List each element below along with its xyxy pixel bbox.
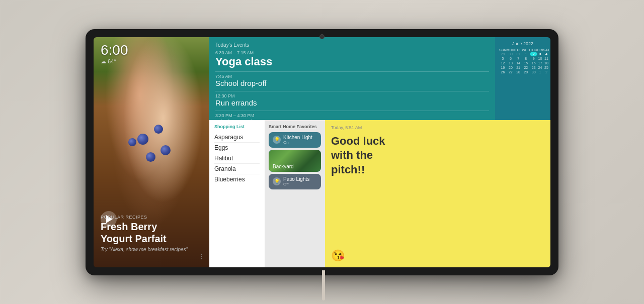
shopping-panel: Shopping List Asparagus Eggs Halibut Gra… (209, 120, 265, 267)
events-label: Today's Events (215, 42, 489, 48)
shopping-granola: Granola (214, 164, 260, 174)
cal-day-8: 8 (522, 56, 530, 61)
event-school-time: 7:45 AM (215, 74, 489, 79)
smarthome-patio-info: Patio Lights Off (283, 177, 317, 186)
cal-day-30: 30 (530, 70, 537, 74)
shopping-label: Shopping List (214, 124, 260, 129)
backyard-label: Backyard (273, 164, 294, 169)
shopping-eggs: Eggs (214, 143, 260, 153)
cal-day-25: 25 (543, 65, 549, 70)
cal-day-20: 20 (507, 65, 515, 70)
cal-day-10: 10 (537, 56, 543, 61)
recipe-subtitle: Try "Alexa, show me breakfast recipes" (101, 247, 202, 252)
cal-day-22: 22 (522, 65, 530, 70)
light-bulb-icon: 💡 (273, 136, 281, 144)
smarthome-kitchen-info: Kitchen Light On (283, 135, 317, 145)
smarthome-patio-name: Patio Lights (283, 177, 317, 182)
cal-week-2: 5 6 7 8 9 10 11 (499, 56, 550, 61)
cal-day-14: 14 (515, 61, 522, 65)
smarthome-patio-lights[interactable]: 💡 Patio Lights Off (269, 174, 321, 189)
event-school-name: School drop-off (215, 79, 489, 88)
calendar-panel: June 2022 SUN MON TUE WED THU FRI SAT (495, 37, 550, 120)
blueberry-2 (154, 125, 163, 134)
cal-header-fri: FRI (537, 48, 543, 52)
cal-day-29: 29 (522, 70, 530, 74)
cal-header-thu: THU (530, 48, 537, 52)
cal-week-1: 29 30 31 1 2 3 4 (499, 52, 550, 56)
cal-day-31-may: 31 (515, 52, 522, 56)
cal-header-sat: SAT (543, 48, 549, 52)
event-errands[interactable]: 12:30 PM Run errands (215, 94, 489, 108)
recipe-category: Popular Recipes (101, 215, 202, 220)
top-row: Today's Events 6:30 AM – 7:15 AM Yoga cl… (209, 37, 550, 120)
cal-day-27: 27 (507, 70, 515, 74)
cal-day-2-jul: 2 (543, 70, 549, 74)
cal-day-1: 1 (522, 52, 530, 56)
cal-day-5: 5 (499, 56, 507, 61)
events-panel: Today's Events 6:30 AM – 7:15 AM Yoga cl… (209, 37, 495, 120)
smarthome-panel: Smart Home Favorites 💡 Kitchen Light On … (265, 120, 325, 267)
camera (319, 34, 325, 39)
time-widget: 6:00 ☁ 64° (101, 43, 128, 65)
event-yoga[interactable]: 6:30 AM – 7:15 AM Yoga class (215, 51, 489, 68)
light-bulb-off-icon: 💡 (273, 177, 281, 185)
note-emoji: 😘 (331, 249, 544, 262)
note-timestamp: Today, 5:51 AM (331, 125, 544, 130)
shopping-halibut: Halibut (214, 153, 260, 164)
cal-day-26: 26 (499, 70, 507, 74)
cal-day-21: 21 (515, 65, 522, 70)
clock: 6:00 (101, 43, 128, 57)
event-yoga-name: Yoga class (215, 55, 489, 68)
shopping-asparagus: Asparagus (214, 132, 260, 143)
cal-day-18: 18 (543, 61, 549, 65)
cal-day-23: 23 (530, 65, 537, 70)
cal-day-6: 6 (507, 56, 515, 61)
event-yoga-time: 6:30 AM – 7:15 AM (215, 51, 489, 55)
calendar-title: June 2022 (499, 41, 546, 46)
smarthome-kitchen-status: On (283, 140, 317, 145)
recipe-title: Fresh BerryYogurt Parfait (101, 221, 202, 245)
cal-day-13: 13 (507, 61, 515, 65)
smarthome-label: Smart Home Favorites (269, 124, 321, 129)
cal-day-3: 3 (537, 52, 543, 56)
cal-header-tue: TUE (515, 48, 522, 52)
calendar-grid: SUN MON TUE WED THU FRI SAT 29 (499, 48, 550, 74)
shopping-blueberries: Blueberries (214, 174, 260, 184)
cal-day-30-may: 30 (507, 52, 515, 56)
right-panels: Today's Events 6:30 AM – 7:15 AM Yoga cl… (209, 37, 550, 267)
cal-day-1-jul: 1 (537, 70, 543, 74)
power-cord (322, 270, 325, 300)
event-school[interactable]: 7:45 AM School drop-off (215, 74, 489, 88)
smarthome-backyard[interactable]: Backyard (269, 150, 321, 172)
more-options-button[interactable]: ⋮ (198, 252, 205, 260)
blueberry-4 (128, 138, 136, 146)
recipe-panel: 6:00 ☁ 64° Popular Recipes Fresh BerryYo… (94, 37, 209, 267)
cal-day-16: 16 (530, 61, 537, 65)
divider-2 (215, 91, 489, 91)
event-pitch[interactable]: 3:30 PM – 4:30 PM Pitch meeting (215, 114, 489, 120)
cal-week-3: 12 13 14 15 16 17 18 (499, 61, 550, 65)
cal-day-29-may: 29 (499, 52, 507, 56)
cal-day-2-today: 2 (530, 52, 537, 56)
screen: 6:00 ☁ 64° Popular Recipes Fresh BerryYo… (94, 37, 550, 267)
cal-day-11: 11 (543, 56, 549, 61)
smarthome-kitchen-light[interactable]: 💡 Kitchen Light On (269, 132, 321, 148)
echo-show-device: 6:00 ☁ 64° Popular Recipes Fresh BerryYo… (86, 29, 558, 275)
cal-day-24: 24 (537, 65, 543, 70)
weather: ☁ 64° (101, 58, 128, 65)
cal-day-15: 15 (522, 61, 530, 65)
bottom-row: Shopping List Asparagus Eggs Halibut Gra… (209, 120, 550, 267)
cal-day-7: 7 (515, 56, 522, 61)
divider-3 (215, 111, 489, 111)
event-errands-time: 12:30 PM (215, 94, 489, 98)
cal-day-9: 9 (530, 56, 537, 61)
event-errands-name: Run errands (215, 98, 489, 108)
cal-day-19: 19 (499, 65, 507, 70)
smarthome-kitchen-name: Kitchen Light (283, 135, 317, 140)
cal-header-wed: WED (522, 48, 530, 52)
smarthome-patio-status: Off (283, 182, 317, 186)
blueberry-5 (146, 152, 155, 162)
cal-week-5: 26 27 28 29 30 1 2 (499, 70, 550, 74)
cal-day-28: 28 (515, 70, 522, 74)
note-content: Good luckwith thepitch!! (331, 134, 544, 247)
